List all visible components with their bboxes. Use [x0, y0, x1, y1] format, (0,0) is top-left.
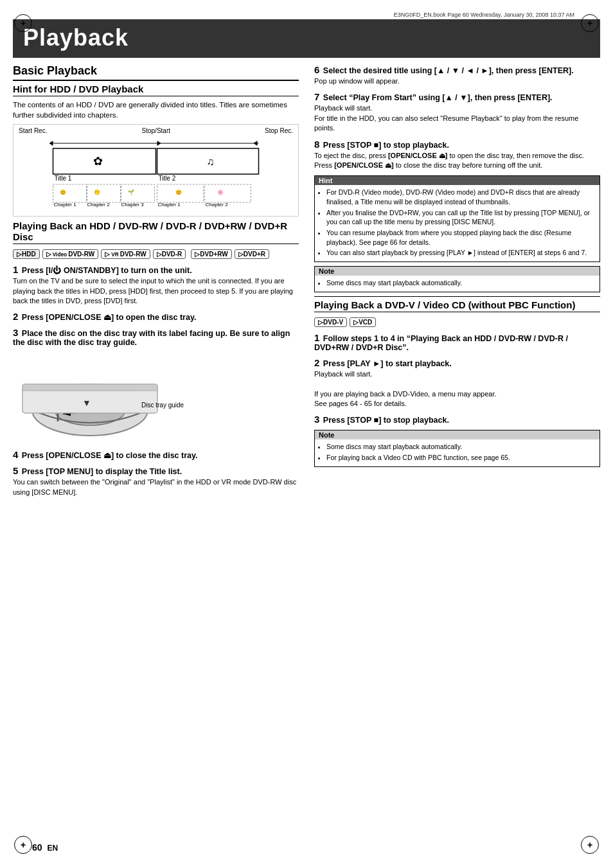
step7-body: Playback will start.For title in the HDD…: [314, 103, 600, 133]
svg-text:Chapter 2: Chapter 2: [206, 202, 229, 208]
svg-text:Chapter 1: Chapter 1: [158, 202, 181, 208]
page-title: Playback: [13, 19, 600, 58]
step7: 7 Select “Play From Start” using [▲ / ▼]…: [314, 91, 600, 133]
disc-tray-illustration: ▼ Disc tray guide: [19, 352, 299, 444]
note-box1: Note Some discs may start playback autom…: [314, 266, 600, 292]
hint-box-header: Hint: [315, 176, 600, 185]
hint-box-body: For DVD-R (Video mode), DVD-RW (Video mo…: [315, 185, 600, 261]
svg-text:Chapter 3: Chapter 3: [121, 202, 145, 208]
subsection1-body: The contents of an HDD / DVD are general…: [13, 100, 299, 120]
step2-title: Press [OPEN/CLOSE ⏏] to open the disc tr…: [22, 313, 197, 322]
svg-marker-3: [254, 141, 258, 146]
svg-text:Title 1: Title 1: [55, 175, 72, 182]
step1-body: Turn on the TV and be sure to select the…: [13, 276, 299, 306]
divider1: [314, 296, 600, 297]
step3: 3 Place the disc on the disc tray with i…: [13, 327, 299, 347]
sec3-step2: 2 Press [PLAY ►] to start playback. Play…: [314, 357, 600, 409]
svg-text:✿: ✿: [93, 155, 103, 168]
svg-rect-10: [53, 184, 87, 202]
sec3-step1-title: Follow steps 1 to 4 in “Playing Back an …: [314, 334, 568, 352]
step8: 8 Press [STOP ■] to stop playback. To ej…: [314, 139, 600, 171]
note2-list: Some discs may start playback automatica…: [319, 442, 596, 462]
step8-title: Press [STOP ■] to stop playback.: [323, 141, 449, 150]
step8-body: To eject the disc, press [OPEN/CLOSE ⏏] …: [314, 151, 600, 171]
svg-text:😊: 😊: [175, 189, 182, 195]
sec3-step2-title: Press [PLAY ►] to start playback.: [323, 359, 452, 368]
corner-mark-br: [581, 836, 599, 854]
section3-title: Playing Back a DVD-V / Video CD (without…: [314, 299, 600, 312]
file-header: E3NG0FD_EN.book Page 60 Wednesday, Janua…: [13, 12, 600, 18]
diagram-label-stop-rec: Stop Rec.: [265, 127, 293, 134]
svg-text:♫: ♫: [207, 156, 215, 167]
sec3-step2-body: Playback will start.If you are playing b…: [314, 369, 600, 409]
svg-text:🌱: 🌱: [128, 189, 134, 195]
svg-text:Chapter 1: Chapter 1: [54, 202, 77, 208]
step7-title: Select “Play From Start” using [▲ / ▼], …: [323, 93, 553, 102]
note-box2: Note Some discs may start playback autom…: [314, 430, 600, 466]
hint-list: For DVD-R (Video mode), DVD-RW (Video mo…: [319, 188, 596, 258]
disc-icon-hdd: ▷HDD: [13, 249, 40, 259]
sec3-step1: 1 Follow steps 1 to 4 in “Playing Back a…: [314, 332, 600, 352]
step6-title: Select the desired title using [▲ / ▼ / …: [323, 66, 574, 75]
svg-rect-4: [53, 148, 156, 174]
disc-tray-svg: ▼ Disc tray guide: [19, 352, 186, 442]
step4: 4 Press [OPEN/CLOSE ⏏] to close the disc…: [13, 449, 299, 460]
diagram-svg: ✿ ♫ Title 1 Title 2 😊 😶 🌱: [16, 134, 296, 211]
svg-text:😶: 😶: [94, 189, 100, 195]
note-box1-body: Some discs may start playback automatica…: [315, 276, 600, 292]
sec3-step3: 3 Press [STOP ■] to stop playback.: [314, 414, 600, 425]
svg-text:Disc tray guide: Disc tray guide: [141, 402, 184, 409]
note-box2-header: Note: [315, 430, 600, 439]
note-box1-header: Note: [315, 267, 600, 276]
sec3-step3-title: Press [STOP ■] to stop playback.: [323, 416, 449, 425]
hint-item-4: You can also start playback by pressing …: [326, 248, 596, 258]
note1-list: Some discs may start playback automatica…: [319, 278, 596, 288]
svg-text:Chapter 2: Chapter 2: [87, 202, 111, 208]
svg-marker-1: [49, 141, 53, 146]
svg-rect-32: [22, 384, 157, 391]
svg-rect-21: [205, 184, 251, 202]
note1-item-1: Some discs may start playback automatica…: [326, 278, 596, 288]
step6: 6 Select the desired title using [▲ / ▼ …: [314, 64, 600, 86]
svg-rect-12: [87, 184, 121, 202]
corner-mark-tr: [581, 14, 599, 32]
disc-icon-dvdplusr: ▷DVD+R: [235, 249, 269, 259]
disc-icon-dvdrw-video: ▷VideoDVD-RW: [42, 249, 98, 259]
corner-mark-tl: [14, 14, 32, 32]
hint-item-3: You can resume playback from where you s…: [326, 228, 596, 247]
step5-body: You can switch between the "Original" an…: [13, 477, 299, 497]
note2-item-1: Some discs may start playback automatica…: [326, 442, 596, 452]
hint-item-1: For DVD-R (Video mode), DVD-RW (Video mo…: [326, 188, 596, 206]
step2: 2 Press [OPEN/CLOSE ⏏] to open the disc …: [13, 311, 299, 322]
step5-title: Press [TOP MENU] to display the Title li…: [22, 467, 182, 476]
svg-text:▼: ▼: [82, 398, 91, 408]
subsection1-title: Hint for HDD / DVD Playback: [13, 84, 299, 96]
step6-body: Pop up window will appear.: [314, 76, 600, 86]
disc-icon-dvdplusrw: ▷DVD+RW: [191, 249, 231, 259]
left-column: Basic Playback Hint for HDD / DVD Playba…: [13, 64, 299, 502]
disc-icon-dvdr: ▷DVD-R: [153, 249, 186, 259]
disc-icon-dvdrw-vr: ▷VRDVD-RW: [101, 249, 150, 259]
svg-rect-14: [121, 184, 155, 202]
note2-item-2: For playing back a Video CD with PBC fun…: [326, 453, 596, 463]
note-box2-body: Some discs may start playback automatica…: [315, 439, 600, 466]
step3-title: Place the disc on the disc tray with its…: [13, 329, 290, 347]
disc-icons-row1: ▷HDD ▷VideoDVD-RW ▷VRDVD-RW ▷DVD-R ▷DVD+…: [13, 249, 299, 259]
disc-icon-dvdv: ▷DVD-V: [314, 317, 347, 327]
step1-title: Press [I/⏻ ON/STANDBY] to turn on the un…: [22, 266, 192, 275]
svg-text:🌸: 🌸: [217, 189, 224, 195]
section1-title: Basic Playback: [13, 64, 299, 81]
step4-title: Press [OPEN/CLOSE ⏏] to close the disc t…: [22, 451, 198, 460]
step5: 5 Press [TOP MENU] to display the Title …: [13, 465, 299, 497]
svg-marker-2: [157, 141, 161, 146]
svg-text:😊: 😊: [60, 189, 66, 195]
diagram-label-stop-start: Stop/Start: [142, 127, 170, 134]
page-number: 60 EN: [32, 842, 58, 853]
diagram-label-start: Start Rec.: [19, 127, 47, 134]
corner-mark-bl: [14, 836, 32, 854]
disc-icon-vcd: ▷VCD: [350, 317, 376, 327]
hint-box: Hint For DVD-R (Video mode), DVD-RW (Vid…: [314, 175, 600, 262]
title-diagram: Start Rec. Stop/Start Stop Rec.: [13, 124, 299, 217]
disc-icons-row2: ▷DVD-V ▷VCD: [314, 317, 600, 327]
step1: 1 Press [I/⏻ ON/STANDBY] to turn on the …: [13, 264, 299, 306]
